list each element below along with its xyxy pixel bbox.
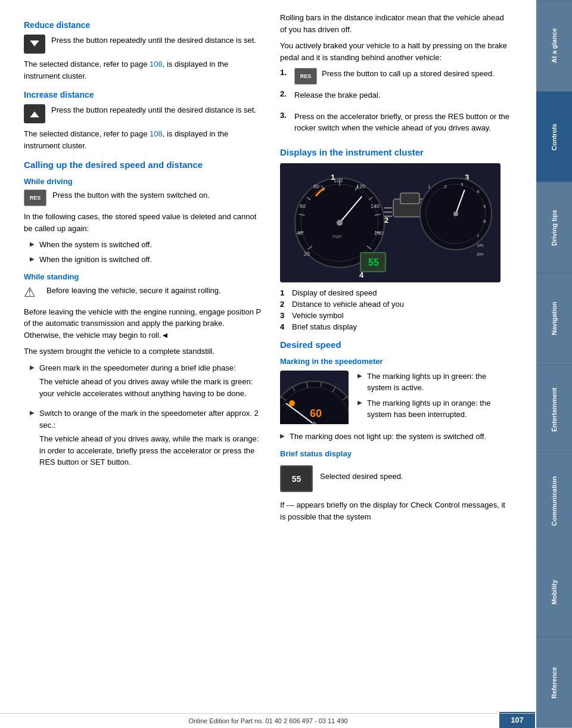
svg-text:1: 1 — [428, 184, 431, 189]
svg-text:4: 4 — [477, 189, 480, 194]
left-column: Reduce distance Press the button repeate… — [24, 12, 274, 704]
instrument-cluster-image: 20 40 60 80 100 120 140 160 mph 1 — [280, 163, 500, 282]
svg-text:2m: 2m — [477, 251, 483, 257]
cluster-caption-2: 2 Distance to vehicle ahead of you — [280, 300, 512, 309]
bullet-switched-off-text: When the system is switched off. — [39, 239, 152, 251]
while-standing-warning-text: Before leaving the vehicle, secure it ag… — [46, 285, 221, 297]
step-1-res-icon: RES — [294, 68, 317, 85]
step-1-text: Press the button to call up a stored des… — [322, 68, 495, 80]
bullet-orange: ▶ The marking lights up in orange: the s… — [358, 397, 512, 421]
svg-text:60: 60 — [300, 203, 306, 209]
reduce-distance-text: Press the button repeatedly until the de… — [51, 35, 256, 46]
sidebar-tab-controls[interactable]: Controls — [536, 91, 572, 182]
svg-text:2: 2 — [444, 184, 447, 189]
speedo-bullets: ▶ The marking lights up in green: the sy… — [358, 371, 512, 424]
cluster-text-2: Distance to vehicle ahead of you — [292, 300, 404, 309]
svg-text:20: 20 — [304, 251, 310, 257]
res-button-icon: RES — [24, 189, 46, 206]
bullet-arrow-icon3: ▶ — [30, 364, 35, 371]
brief-status-section: 55 Selected desired speed. — [280, 462, 512, 496]
cluster-num-4: 4 — [280, 322, 292, 331]
step-2: 2. Release the brake pedal. — [280, 89, 512, 106]
bullet-green-mark-label: Green mark in the speedometer during a b… — [39, 363, 236, 372]
bullet-arrow-green: ▶ — [358, 372, 362, 379]
svg-text:40: 40 — [297, 230, 303, 236]
increase-distance-icon-box: Press the button repeatedly until the de… — [24, 104, 262, 123]
bullet-arrow-icon4: ▶ — [30, 409, 35, 416]
sidebar-tab-navigation[interactable]: Navigation — [536, 273, 572, 364]
svg-text:1: 1 — [331, 173, 335, 182]
step-1: 1. RES Press the button to call up a sto… — [280, 68, 512, 85]
cluster-text-1: Display of desired speed — [292, 288, 377, 297]
while-driving-heading: While driving — [24, 177, 262, 186]
svg-text:4: 4 — [359, 270, 364, 279]
while-driving-text: Press the button with the system switche… — [52, 189, 210, 201]
page-container: Reduce distance Press the button repeate… — [0, 0, 572, 728]
svg-text:55: 55 — [368, 257, 379, 267]
brief-status-heading: Brief status display — [280, 449, 512, 458]
cluster-num-3: 3 — [280, 311, 292, 320]
svg-point-49 — [453, 211, 458, 216]
intro-text2: You actively braked your vehicle to a ha… — [280, 40, 512, 63]
while-driving-icon-box: RES Press the button with the system swi… — [24, 189, 262, 206]
desired-speed-heading: Desired speed — [280, 340, 512, 350]
increase-distance-icon — [24, 104, 45, 123]
bullet-orange-mark-sub: The vehicle ahead of you drives away, wh… — [39, 433, 262, 468]
page-footer: Online Edition for Part no. 01 40 2 606 … — [0, 713, 536, 728]
warning-triangle-icon — [24, 285, 41, 300]
sidebar-tab-at-a-glance[interactable]: At a glance — [536, 0, 572, 91]
footer-text: Online Edition for Part no. 01 40 2 606 … — [188, 717, 347, 724]
reduce-distance-heading: Reduce distance — [24, 20, 262, 30]
reduce-distance-icon — [24, 35, 45, 54]
sidebar-tab-mobility[interactable]: Mobility — [536, 546, 572, 637]
bullet-no-light-text: The marking does not light up: the syste… — [290, 431, 486, 443]
bullet-ignition-off: ▶ When the ignition is switched off. — [24, 254, 262, 266]
sidebar-tab-entertainment[interactable]: Entertainment — [536, 364, 572, 455]
speedometer-image-container: 60 — [280, 371, 349, 426]
sidebar: At a glance Controls Driving tips Naviga… — [536, 0, 572, 728]
svg-point-30 — [337, 220, 343, 226]
sidebar-tab-driving-tips[interactable]: Driving tips — [536, 182, 572, 273]
brief-status-text: Selected desired speed. — [320, 471, 403, 483]
bullet-green-text: The marking lights up in green: the syst… — [367, 371, 512, 394]
step-1-num: 1. — [280, 68, 290, 77]
while-standing-heading: While standing — [24, 272, 262, 281]
svg-text:100: 100 — [334, 178, 343, 183]
step-2-num: 2. — [280, 89, 290, 98]
cluster-caption-1: 1 Display of desired speed — [280, 288, 512, 297]
svg-text:60: 60 — [310, 407, 322, 419]
bullet-arrow-no-light: ▶ — [280, 433, 285, 439]
while-driving-note: In the following cases, the stored speed… — [24, 211, 262, 234]
cluster-text-3: Vehicle symbol — [292, 311, 344, 320]
sidebar-tab-reference[interactable]: Reference — [536, 637, 572, 728]
displays-heading: Displays in the instrument cluster — [280, 147, 512, 157]
bullet-arrow-icon: ▶ — [30, 241, 35, 247]
svg-point-68 — [289, 400, 295, 406]
svg-text:5: 5 — [483, 204, 486, 209]
bullet-switched-off: ▶ When the system is switched off. — [24, 239, 262, 251]
brief-status-icon: 55 — [280, 465, 313, 492]
step-3-num: 3. — [280, 111, 290, 120]
sidebar-tab-communication[interactable]: Communication — [536, 455, 572, 546]
bullet-ignition-off-text: When the ignition is switched off. — [39, 254, 152, 266]
svg-rect-34 — [400, 193, 419, 204]
svg-text:120: 120 — [356, 183, 365, 189]
increase-distance-text: Press the button repeatedly until the de… — [51, 104, 256, 116]
while-standing-para1: Before leaving the vehicle with the engi… — [24, 306, 262, 341]
svg-text:3: 3 — [461, 182, 464, 187]
step-3-text: Press on the accelerator briefly, or pre… — [294, 111, 512, 134]
intro-text1: Rolling bars in the distance indicator m… — [280, 12, 512, 35]
svg-text:mph: mph — [332, 234, 342, 239]
main-content: Reduce distance Press the button repeate… — [0, 0, 536, 728]
bullet-orange-mark: ▶ Switch to orange of the mark in the sp… — [24, 407, 262, 473]
while-standing-warning-box: Before leaving the vehicle, secure it ag… — [24, 285, 262, 301]
svg-text:160: 160 — [374, 230, 383, 236]
bullet-arrow-icon2: ▶ — [30, 256, 35, 262]
increase-distance-note: The selected distance, refer to page 108… — [24, 128, 262, 151]
cluster-num-1: 1 — [280, 288, 292, 297]
cluster-num-2: 2 — [280, 300, 292, 309]
svg-text:6: 6 — [483, 219, 486, 224]
final-text: If --- appears briefly on the display fo… — [280, 499, 512, 522]
svg-text:80: 80 — [313, 183, 319, 189]
right-column: Rolling bars in the distance indicator m… — [274, 12, 512, 704]
